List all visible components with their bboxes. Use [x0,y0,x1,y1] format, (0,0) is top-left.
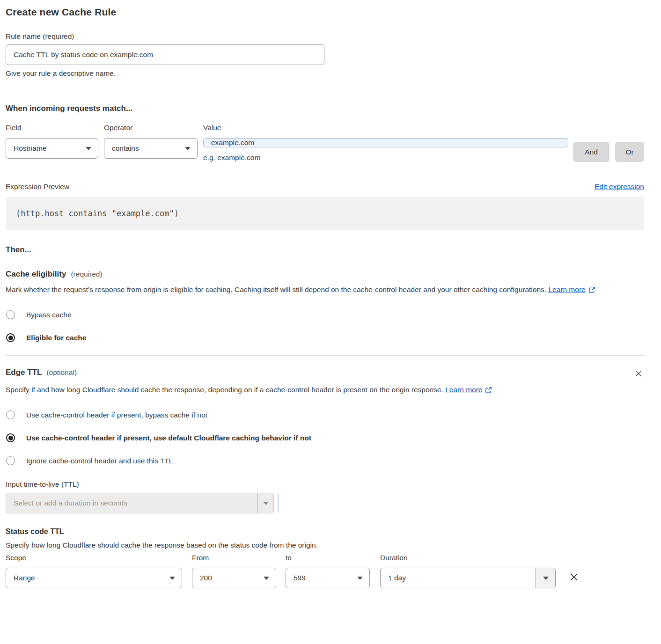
to-label: to [286,554,370,562]
operator-label: Operator [104,124,198,132]
create-cache-rule-form: Create new Cache Rule Rule name (require… [0,0,661,588]
duration-dropdown-button[interactable] [536,568,555,588]
rule-name-help: Give your rule a descriptive name. [6,69,644,78]
to-select[interactable]: 599 [286,568,370,588]
scope-select[interactable]: Range [6,568,182,588]
chevron-down-icon [169,577,175,580]
radio-selected-icon[interactable] [6,433,15,442]
status-code-ttl-title: Status code TTL [6,527,644,536]
value-hint: e.g. example.com [203,154,568,162]
edge-ttl-option-default[interactable]: Use cache-control header if present, use… [6,433,644,442]
chevron-down-icon [86,147,91,150]
chevron-down-icon [264,577,269,580]
edge-ttl-option-bypass[interactable]: Use cache-control header if present, byp… [6,410,644,419]
cache-eligibility-description: Mark whether the request’s response from… [6,283,635,296]
value-label: Value [203,124,568,132]
field-select-value: Hostname [14,144,47,153]
expression-preview-code: (http.host contains "example.com") [6,197,644,230]
status-code-ttl-description: Specify how long Cloudflare should cache… [6,541,644,549]
scope-label: Scope [6,554,182,562]
eligible-for-cache-option[interactable]: Eligible for cache [6,333,644,342]
duration-select-value: 1 day [381,568,536,588]
edge-ttl-option-ignore[interactable]: Ignore cache-control header and use this… [6,456,644,465]
divider [6,91,644,91]
and-button[interactable]: And [573,142,610,162]
rule-name-input[interactable] [6,44,324,65]
edge-ttl-description: Specify if and how long Cloudflare shoul… [6,383,521,396]
duration-label: Duration [380,554,556,562]
ttl-duration-select[interactable]: Select or add a duration in seconds [6,493,274,513]
expression-preview-label: Expression Preview [6,183,69,191]
cache-eligibility-learn-more-link[interactable]: Learn more [548,283,595,296]
ttl-input-label: Input time-to-live (TTL) [6,480,644,489]
operator-select[interactable]: contains [104,138,198,159]
status-code-ttl-row: Scope Range From 200 to 599 Duration [6,554,644,588]
radio-selected-icon[interactable] [6,333,15,342]
external-link-icon [588,286,595,293]
radio-unselected-icon[interactable] [6,410,15,419]
duration-select[interactable]: 1 day [380,568,556,588]
match-value-input[interactable] [203,138,568,147]
to-select-value: 599 [294,574,306,582]
chevron-down-icon [357,577,363,580]
cache-eligibility-title: Cache eligibility [6,270,66,279]
divider [6,355,644,356]
external-link-icon [485,387,492,394]
edge-ttl-learn-more-link[interactable]: Learn more [445,383,492,396]
from-label: From [192,554,276,562]
rule-name-label: Rule name (required) [6,32,74,40]
text-cursor [278,494,279,512]
field-select[interactable]: Hostname [6,138,98,159]
edge-ttl-optional: (optional) [46,368,77,377]
close-icon[interactable] [633,368,644,379]
operator-select-value: contains [112,144,139,153]
match-section-heading: When incoming requests match... [6,104,644,113]
page-title: Create new Cache Rule [6,7,644,18]
remove-row-icon[interactable] [568,571,580,583]
or-button[interactable]: Or [615,142,644,162]
ttl-duration-placeholder: Select or add a duration in seconds [6,493,257,513]
chevron-down-icon [185,147,191,150]
edit-expression-link[interactable]: Edit expression [595,183,644,191]
then-heading: Then... [6,245,644,255]
chevron-down-icon [543,577,549,580]
from-select[interactable]: 200 [192,568,276,588]
match-condition-row: Field Hostname Operator contains Value e… [6,124,644,162]
chevron-down-icon [263,502,269,505]
bypass-cache-option[interactable]: Bypass cache [6,310,644,319]
from-select-value: 200 [200,574,212,582]
ttl-dropdown-button[interactable] [257,493,273,513]
cache-eligibility-required: (required) [71,270,102,278]
field-label: Field [6,124,98,132]
radio-unselected-icon[interactable] [6,310,15,319]
radio-unselected-icon[interactable] [6,456,15,465]
edge-ttl-title: Edge TTL [6,368,42,377]
scope-select-value: Range [14,574,35,582]
